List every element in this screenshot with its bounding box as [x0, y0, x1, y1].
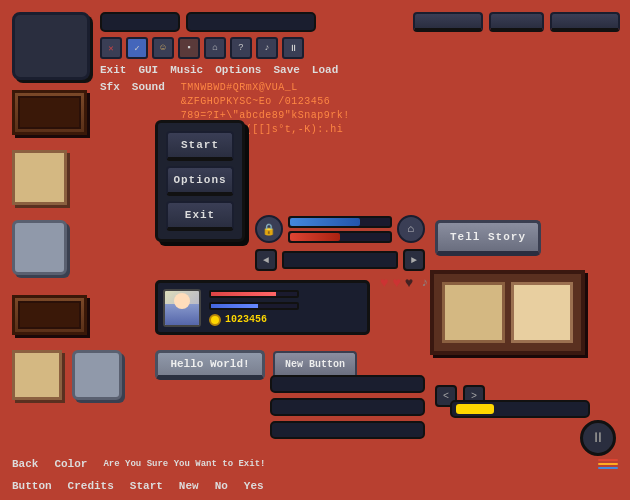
main-container: ✕ ✓ ☺ ▪ ⌂ ? ♪ ⏸ Ex: [0, 0, 630, 500]
bottom-slider-fill: [456, 404, 494, 414]
label-back[interactable]: Back: [12, 458, 38, 470]
check-icon: ✓: [134, 43, 139, 54]
lock-icon: 🔒: [262, 223, 276, 236]
pause-icon-btn[interactable]: ⏸: [282, 37, 304, 59]
top-bar-2: [186, 12, 316, 32]
pause-symbol: ⏸: [591, 430, 605, 446]
slider-track-2[interactable]: [288, 231, 392, 243]
music-icon: ♪: [264, 43, 269, 53]
left-arrow-btn[interactable]: ◄: [255, 249, 277, 271]
inventory-panel: [430, 270, 585, 355]
score-display: 1023456: [225, 314, 267, 325]
face-icon: ☺: [160, 43, 165, 53]
right-arrow-icon: ►: [411, 255, 417, 266]
ham-line-3: [598, 467, 618, 469]
top-right-btn-1[interactable]: [413, 12, 483, 32]
bottom-labels-row1: Back Color Are You Sure You Want to Exit…: [12, 458, 618, 470]
label-new[interactable]: New: [179, 480, 199, 492]
slider-track-1[interactable]: [288, 216, 392, 228]
label-button[interactable]: Button: [12, 480, 52, 492]
lock-icon-btn[interactable]: 🔒: [255, 215, 283, 243]
check-icon-btn[interactable]: ✓: [126, 37, 148, 59]
bottom-bars-section: [270, 375, 425, 439]
menu-options[interactable]: Options: [215, 64, 261, 76]
menu-sound[interactable]: Sound: [132, 81, 165, 93]
bottom-bar-3: [270, 421, 425, 439]
face-icon-btn[interactable]: ☺: [152, 37, 174, 59]
right-arrow-btn[interactable]: ►: [403, 249, 425, 271]
home-icon-btn[interactable]: ⌂: [204, 37, 226, 59]
pause-icon: ⏸: [289, 43, 298, 54]
label-credits[interactable]: Credits: [68, 480, 114, 492]
menu-music[interactable]: Music: [170, 64, 203, 76]
label-color[interactable]: Color: [54, 458, 87, 470]
label-yes[interactable]: Yes: [244, 480, 264, 492]
square-icon: ▪: [186, 43, 191, 53]
character-sprite: [163, 289, 201, 327]
heart-empty: ♥: [405, 275, 413, 291]
bottom-labels-row2: Button Credits Start New No Yes: [12, 480, 570, 492]
inventory-slot-2: [511, 282, 574, 343]
pause-button[interactable]: ⏸: [580, 420, 616, 456]
bottom-bar-1: [270, 375, 425, 393]
options-button[interactable]: Options: [166, 166, 234, 196]
label-no[interactable]: No: [215, 480, 228, 492]
tan-box-1: [12, 150, 67, 205]
slider-fill-blue: [290, 218, 360, 226]
nav-left-icon: <: [443, 391, 449, 402]
home2-icon: ⌂: [408, 223, 415, 235]
music-icon-btn[interactable]: ♪: [256, 37, 278, 59]
bottom-slider[interactable]: [450, 400, 590, 418]
menu-save[interactable]: Save: [273, 64, 299, 76]
home-icon: ⌂: [212, 43, 217, 53]
wood-panel-2: [12, 295, 87, 335]
main-menu-panel: Start Options Exit: [155, 120, 245, 242]
tell-story-button[interactable]: Tell Story: [435, 220, 541, 256]
exit-button[interactable]: Exit: [166, 201, 234, 231]
label-start[interactable]: Start: [130, 480, 163, 492]
tell-story-btn[interactable]: Tell Story: [435, 220, 541, 256]
top-right-btn-2[interactable]: [489, 12, 544, 32]
menu-sfx[interactable]: Sfx: [100, 81, 120, 93]
start-button[interactable]: Start: [166, 131, 234, 161]
question-icon: ?: [238, 43, 243, 53]
home2-icon-btn[interactable]: ⌂: [397, 215, 425, 243]
music-icon-1: ♪: [421, 276, 428, 290]
slider-section: 🔒 ⌂ ◄ ►: [255, 215, 425, 271]
heart-2: ♥: [392, 275, 400, 291]
question-icon-btn[interactable]: ?: [230, 37, 252, 59]
gray-box-1: [12, 220, 67, 275]
coin-icon: [209, 314, 221, 326]
inventory-slot-1: [442, 282, 505, 343]
top-right-btn-3[interactable]: [550, 12, 620, 32]
menu-exit[interactable]: Exit: [100, 64, 126, 76]
tan-box-2: [12, 350, 62, 400]
heart-1: ♥: [380, 275, 388, 291]
menu-load[interactable]: Load: [312, 64, 338, 76]
hello-world-input[interactable]: Hello World!: [155, 350, 265, 380]
hamburger-menu[interactable]: [598, 459, 618, 469]
gray-box-2: [72, 350, 122, 400]
square-icon-btn[interactable]: ▪: [178, 37, 200, 59]
menu-gui[interactable]: GUI: [138, 64, 158, 76]
large-square-panel: [12, 12, 90, 80]
ham-line-1: [598, 459, 618, 461]
bottom-bar-2: [270, 398, 425, 416]
slider-fill-red: [290, 233, 340, 241]
wood-panel-1: [12, 90, 87, 135]
x-icon: ✕: [108, 43, 113, 54]
x-icon-btn[interactable]: ✕: [100, 37, 122, 59]
label-exit-confirm: Are You Sure You Want to Exit!: [103, 459, 265, 469]
arrow-slider-bar: [282, 251, 398, 269]
left-arrow-icon: ◄: [263, 255, 269, 266]
ham-line-2: [598, 463, 618, 465]
character-panel: 1023456: [155, 280, 370, 335]
top-bar-1: [100, 12, 180, 32]
